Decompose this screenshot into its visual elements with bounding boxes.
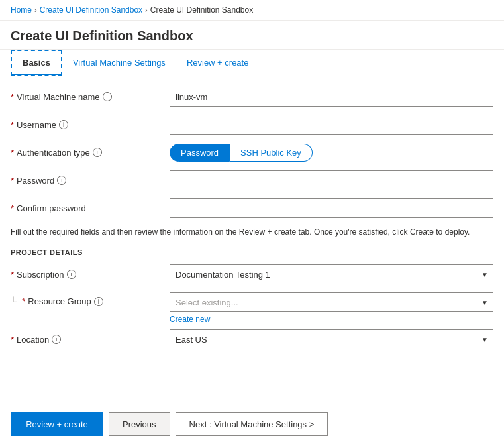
next-button[interactable]: Next : Virtual Machine Settings >: [176, 412, 328, 436]
password-row: * Password i: [11, 170, 493, 190]
location-required-star: *: [11, 335, 14, 345]
vm-name-label: * Virtual Machine name i: [11, 92, 170, 102]
auth-type-buttons: Password SSH Public Key: [170, 144, 313, 162]
username-row: * Username i: [11, 115, 493, 135]
resource-group-label-col: └ * Resource Group i: [11, 292, 170, 306]
vm-name-info-icon[interactable]: i: [103, 92, 112, 101]
password-input[interactable]: [170, 170, 493, 190]
auth-type-info-icon[interactable]: i: [93, 148, 102, 157]
review-create-button[interactable]: Review + create: [11, 412, 103, 436]
description-text: Fill out the required fields and then re…: [11, 226, 493, 238]
auth-btn-password[interactable]: Password: [170, 144, 230, 162]
location-label: * Location i: [11, 335, 170, 345]
username-info-icon[interactable]: i: [59, 120, 68, 129]
username-required-star: *: [11, 120, 14, 130]
page-title: Create UI Definition Sandbox: [0, 21, 504, 49]
tabs-nav: Basics Virtual Machine Settings Review +…: [0, 50, 504, 76]
project-details-label: PROJECT DETAILS: [11, 249, 493, 256]
auth-type-row: * Authentication type i Password SSH Pub…: [11, 142, 493, 162]
form-content: * Virtual Machine name i * Username i * …: [0, 76, 504, 388]
resource-group-row: └ * Resource Group i Select existing... …: [11, 292, 493, 324]
previous-button[interactable]: Previous: [109, 412, 170, 436]
subscription-row: * Subscription i Documentation Testing 1…: [11, 264, 493, 284]
tab-review[interactable]: Review + create: [176, 51, 260, 74]
vm-name-input[interactable]: [170, 87, 493, 107]
auth-type-label: * Authentication type i: [11, 148, 170, 158]
subscription-label: * Subscription i: [11, 270, 170, 280]
rg-required-star: *: [22, 296, 25, 306]
password-info-icon[interactable]: i: [57, 176, 66, 185]
confirm-password-label: * Confirm password: [11, 203, 170, 213]
subscription-select-wrapper: Documentation Testing 1 ▼: [170, 264, 493, 284]
tab-basics[interactable]: Basics: [11, 50, 62, 76]
breadcrumb-home[interactable]: Home: [11, 5, 32, 15]
breadcrumb-sep-2: ›: [145, 6, 148, 14]
rg-input-col: Select existing... ▼ Create new: [170, 292, 493, 324]
location-row: * Location i East US ▼: [11, 329, 493, 349]
confirm-password-required-star: *: [11, 203, 14, 213]
subscription-info-icon[interactable]: i: [67, 270, 76, 279]
breadcrumb-parent[interactable]: Create UI Definition Sandbox: [40, 5, 142, 15]
location-select-wrapper: East US ▼: [170, 329, 493, 349]
location-info-icon[interactable]: i: [52, 335, 61, 344]
subscription-required-star: *: [11, 270, 14, 280]
confirm-password-row: * Confirm password: [11, 198, 493, 218]
create-new-link[interactable]: Create new: [170, 315, 493, 324]
password-required-star: *: [11, 176, 14, 186]
rg-info-icon[interactable]: i: [94, 297, 103, 306]
vm-name-required-star: *: [11, 92, 14, 102]
location-select[interactable]: East US: [170, 329, 493, 349]
password-label: * Password i: [11, 176, 170, 186]
subscription-select[interactable]: Documentation Testing 1: [170, 264, 493, 284]
tree-line-icon: └: [11, 296, 17, 306]
breadcrumb: Home › Create UI Definition Sandbox › Cr…: [0, 0, 504, 21]
resource-group-select[interactable]: Select existing...: [170, 292, 493, 312]
username-input[interactable]: [170, 115, 493, 135]
vm-name-row: * Virtual Machine name i: [11, 87, 493, 107]
username-label: * Username i: [11, 120, 170, 130]
breadcrumb-current: Create UI Definition Sandbox: [150, 5, 253, 15]
tab-vm-settings[interactable]: Virtual Machine Settings: [62, 51, 176, 74]
footer: Review + create Previous Next : Virtual …: [0, 404, 504, 444]
rg-select-wrapper: Select existing... ▼: [170, 292, 493, 312]
confirm-password-input[interactable]: [170, 198, 493, 218]
auth-btn-ssh[interactable]: SSH Public Key: [230, 144, 313, 162]
breadcrumb-sep-1: ›: [34, 6, 37, 14]
auth-type-required-star: *: [11, 148, 14, 158]
